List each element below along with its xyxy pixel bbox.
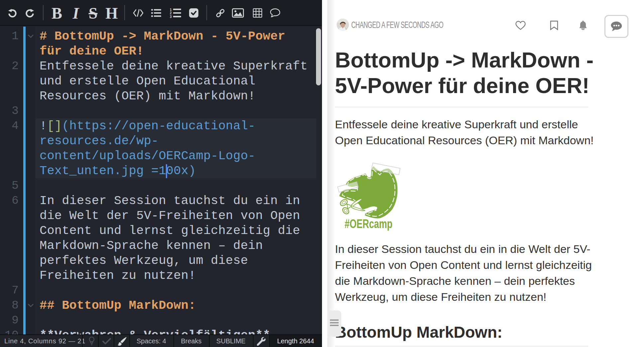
svg-text:1: 1 [170, 8, 172, 12]
svg-text:3: 3 [170, 15, 172, 18]
svg-text:CHANGED A FEW SECONDS AGO: CHANGED A FEW SECONDS AGO [351, 20, 444, 30]
svg-text:2: 2 [170, 11, 172, 15]
svg-text:#OERcamp: #OERcamp [345, 217, 392, 231]
